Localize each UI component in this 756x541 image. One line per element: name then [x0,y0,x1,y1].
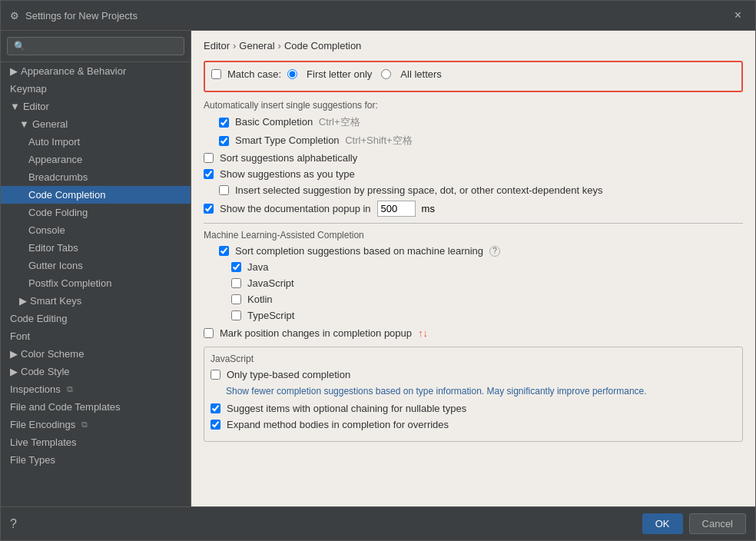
sidebar-item-file-code-templates[interactable]: File and Code Templates [1,398,191,416]
show-as-type-row: Show suggestions as you type [204,168,743,180]
sidebar-item-smart-keys[interactable]: ▶ Smart Keys [1,292,191,310]
search-box [1,31,191,62]
only-type-based-checkbox[interactable] [211,370,220,380]
sidebar-item-code-folding[interactable]: Code Folding [1,204,191,221]
ml-sort-row: Sort completion suggestions based on mac… [219,245,743,257]
sidebar-item-keymap[interactable]: Keymap [1,80,191,98]
help-icon[interactable]: ? [489,246,500,257]
sidebar-item-code-completion[interactable]: Code Completion [1,186,191,204]
sidebar-label: Font [10,330,30,342]
sidebar-label: Code Editing [10,313,67,324]
sidebar-item-file-types[interactable]: File Types [1,451,191,469]
sidebar-item-editor-tabs[interactable]: Editor Tabs [1,239,191,257]
sidebar-item-console[interactable]: Console [1,221,191,239]
sidebar-item-postfix-completion[interactable]: Postfix Completion [1,274,191,292]
breadcrumb-sep-1: › [233,40,236,51]
sort-alpha-label: Sort suggestions alphabetically [220,152,357,164]
expand-method-checkbox[interactable] [211,420,220,430]
sidebar-item-live-templates[interactable]: Live Templates [1,433,191,451]
mark-position-checkbox[interactable] [204,328,214,338]
match-case-section: Match case: First letter only All letter… [204,61,743,92]
all-letters-radio[interactable] [381,69,391,79]
sidebar-item-font[interactable]: Font [1,327,191,345]
type-based-desc: Show fewer completion suggestions based … [226,385,647,398]
cancel-button[interactable]: Cancel [689,513,746,534]
only-type-based-label: Only type-based completion [227,369,350,380]
sidebar-item-code-style[interactable]: ▶ Code Style [1,363,191,380]
ok-button[interactable]: OK [642,513,683,534]
ml-typescript-checkbox[interactable] [231,310,241,320]
sidebar-label: Gutter Icons [28,260,83,271]
match-case-checkbox[interactable] [211,69,221,79]
ml-kotlin-checkbox[interactable] [231,294,241,304]
insert-selected-label: Insert selected suggestion by pressing s… [235,184,602,196]
smart-completion-label: Smart Type Completion Ctrl+Shift+空格 [235,134,413,148]
mark-position-label: Mark position changes in completion popu… [220,327,412,339]
sidebar-label: Code Style [21,366,70,377]
show-as-type-checkbox[interactable] [204,169,214,179]
sidebar-label: Code Folding [28,207,88,218]
match-case-label: Match case: [227,68,281,80]
sidebar-item-code-editing[interactable]: Code Editing [1,310,191,327]
ml-javascript-row: JavaScript [231,277,743,289]
ml-sort-label: Sort completion suggestions based on mac… [235,245,483,257]
sidebar-label: Postfix Completion [28,277,111,289]
sidebar-label: Editor [23,101,49,112]
sort-alpha-checkbox[interactable] [204,153,214,163]
arrow-icon: ▼ [19,118,29,130]
sidebar-item-gutter-icons[interactable]: Gutter Icons [1,257,191,274]
sidebar-label: General [32,118,68,130]
sidebar-label: Appearance [28,154,82,165]
ml-javascript-label: JavaScript [247,277,294,289]
smart-completion-checkbox[interactable] [219,136,229,146]
ml-sort-checkbox[interactable] [219,246,229,256]
show-as-type-label: Show suggestions as you type [220,168,355,180]
sidebar-item-inspections[interactable]: Inspections ⧉ [1,380,191,398]
ml-section: Machine Learning-Assisted Completion Sor… [204,223,743,321]
match-case-row: Match case: First letter only All letter… [211,68,735,80]
sidebar-label: File and Code Templates [10,401,121,413]
ml-typescript-row: TypeScript [231,310,743,321]
ml-java-checkbox[interactable] [231,262,241,272]
ml-kotlin-row: Kotlin [231,294,743,305]
sidebar-item-breadcrumbs[interactable]: Breadcrumbs [1,168,191,186]
sidebar-item-color-scheme[interactable]: ▶ Color Scheme [1,345,191,363]
help-button[interactable]: ? [10,517,17,531]
expand-method-label: Expand method bodies in completion for o… [227,419,449,430]
sidebar-item-file-encodings[interactable]: File Encodings ⧉ [1,416,191,433]
first-letter-radio[interactable] [287,69,297,79]
arrows-icon: ↑↓ [418,327,428,339]
popup-ms-input[interactable] [377,201,416,217]
type-based-desc-row: Show fewer completion suggestions based … [226,385,736,398]
sidebar-item-appearance-behavior[interactable]: ▶ Appearance & Behavior [1,62,191,80]
sidebar-item-auto-import[interactable]: Auto Import [1,133,191,151]
breadcrumb: Editor › General › Code Completion [204,40,743,51]
insert-selected-row: Insert selected suggestion by pressing s… [219,184,743,196]
ms-label: ms [422,203,435,214]
copy-icon: ⧉ [67,384,73,394]
content-panel: Editor › General › Code Completion Match… [191,31,755,506]
ml-kotlin-label: Kotlin [247,294,273,305]
show-doc-popup-row: Show the documentation popup in ms [204,201,743,217]
show-doc-checkbox[interactable] [204,204,214,214]
suggest-optional-label: Suggest items with optional chaining for… [227,403,466,414]
title-bar: ⚙ Settings for New Projects × [1,1,755,31]
arrow-icon: ▼ [10,101,20,112]
basic-completion-checkbox[interactable] [219,118,229,128]
sidebar-item-general[interactable]: ▼ General [1,115,191,133]
smart-completion-row: Smart Type Completion Ctrl+Shift+空格 [219,134,743,148]
sidebar-label: Inspections [10,383,61,395]
sidebar-item-editor[interactable]: ▼ Editor [1,98,191,115]
insert-selected-checkbox[interactable] [219,185,229,195]
ml-javascript-checkbox[interactable] [231,278,241,288]
close-button[interactable]: × [730,7,746,24]
sort-alpha-row: Sort suggestions alphabetically [204,152,743,164]
sidebar-label: Editor Tabs [28,242,78,254]
sidebar-item-appearance[interactable]: Appearance [1,151,191,168]
show-doc-label: Show the documentation popup in [220,203,371,214]
sidebar-label: Code Completion [28,189,105,201]
breadcrumb-code-completion: Code Completion [284,40,361,51]
suggest-optional-checkbox[interactable] [211,403,220,413]
copy-icon-2: ⧉ [81,420,88,430]
search-input[interactable] [7,37,184,55]
